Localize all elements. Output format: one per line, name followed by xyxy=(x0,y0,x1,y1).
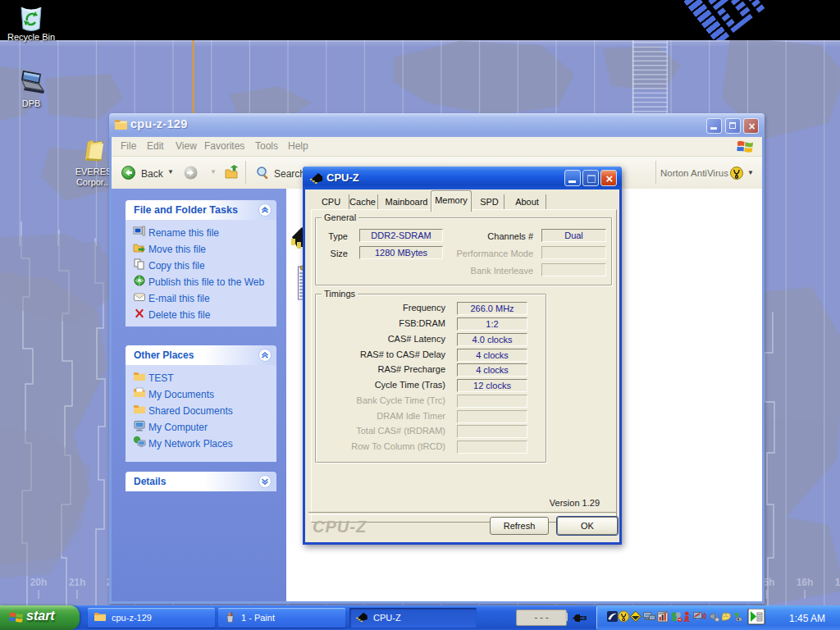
svg-text:20h: 20h xyxy=(30,577,48,588)
svg-text:17h: 17h xyxy=(835,577,840,588)
svg-text:16h: 16h xyxy=(797,577,814,588)
svg-text:21h: 21h xyxy=(69,577,86,588)
